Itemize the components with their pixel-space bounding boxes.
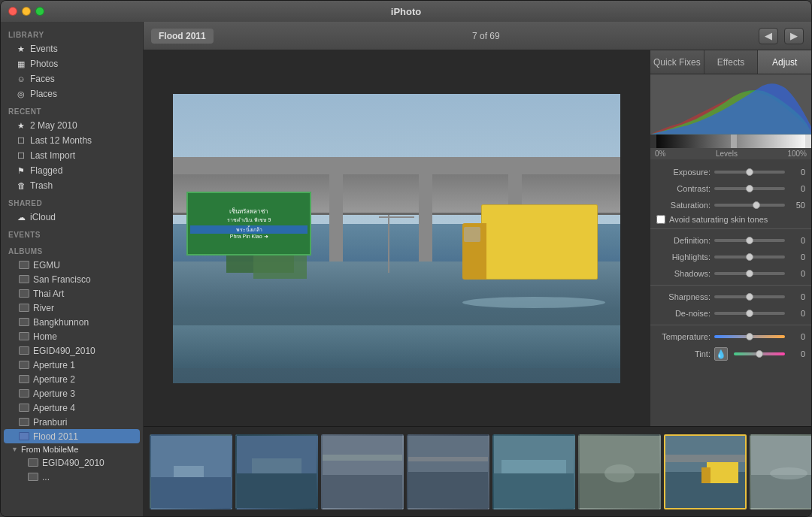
- tab-adjust[interactable]: Adjust: [758, 50, 811, 74]
- shadows-thumb[interactable]: [746, 270, 753, 277]
- contrast-thumb[interactable]: [746, 185, 753, 192]
- svg-rect-6: [252, 458, 301, 473]
- filmstrip-thumb-6[interactable]: [578, 434, 661, 509]
- sidebar-item-label: Faces: [30, 74, 132, 84]
- sidebar-item-trash[interactable]: 🗑 Trash: [4, 178, 140, 193]
- minimize-button[interactable]: [22, 7, 31, 16]
- svg-rect-25: [751, 475, 811, 508]
- sidebar-item-more[interactable]: ...: [4, 470, 140, 484]
- saturation-slider[interactable]: [714, 204, 785, 207]
- album-icon: [28, 473, 38, 481]
- sharpness-thumb[interactable]: [746, 293, 753, 301]
- sidebar-item-faces[interactable]: ☺ Faces: [4, 71, 140, 86]
- svg-rect-11: [408, 472, 488, 508]
- eyedropper-button[interactable]: 💧: [714, 347, 728, 361]
- denoise-thumb[interactable]: [746, 310, 753, 317]
- sidebar-item-photos[interactable]: ▦ Photos: [4, 56, 140, 71]
- temperature-thumb[interactable]: [746, 333, 753, 340]
- exposure-thumb[interactable]: [746, 168, 753, 176]
- sidebar-item-egid490-2010[interactable]: EGID490_2010: [4, 343, 140, 358]
- tab-effects[interactable]: Effects: [704, 50, 759, 74]
- sidebar-item-label: Aperture 1: [33, 360, 75, 370]
- thumb-content: [151, 436, 231, 508]
- definition-slider[interactable]: [714, 239, 785, 242]
- sidebar-item-sanfrancisco[interactable]: San Francisco: [4, 272, 140, 286]
- highlights-thumb[interactable]: [746, 253, 753, 261]
- denoise-slider[interactable]: [714, 312, 785, 315]
- tab-quick-fixes[interactable]: Quick Fixes: [650, 50, 704, 74]
- album-icon: [19, 261, 29, 269]
- sidebar-item-label: Trash: [30, 180, 132, 191]
- sidebar-item-home[interactable]: Home: [4, 329, 140, 343]
- sidebar-item-icloud[interactable]: ☁ iCloud: [4, 210, 140, 225]
- levels-bar[interactable]: [650, 135, 811, 148]
- close-button[interactable]: [8, 7, 17, 16]
- definition-row: Definition: 0: [650, 232, 811, 249]
- right-panel: Quick Fixes Effects Adjust: [650, 50, 811, 426]
- adjustments-section: Exposure: 0 Contrast: 0: [650, 159, 811, 426]
- sidebar-item-label: EGID490_2010: [42, 458, 105, 468]
- temperature-row: Temperature: 0: [650, 328, 811, 345]
- sidebar-item-label: Places: [30, 89, 132, 99]
- temperature-slider[interactable]: [714, 335, 785, 338]
- sidebar-item-last12months[interactable]: ☐ Last 12 Months: [4, 133, 140, 148]
- sidebar-item-pranburi[interactable]: Pranburi: [4, 415, 140, 429]
- filmstrip-thumb-2[interactable]: [235, 434, 318, 509]
- filmstrip-thumb-7[interactable]: [664, 434, 747, 509]
- sidebar-item-flagged[interactable]: ⚑ Flagged: [4, 163, 140, 178]
- panel-tabs: Quick Fixes Effects Adjust: [650, 50, 811, 74]
- tint-row: Tint: 💧 0: [650, 345, 811, 363]
- contrast-slider[interactable]: [714, 187, 785, 190]
- shadows-slider[interactable]: [714, 272, 785, 275]
- filmstrip-thumb-4[interactable]: [407, 434, 489, 509]
- sidebar-item-aperture4[interactable]: Aperture 4: [4, 401, 140, 415]
- sidebar-item-egid490-mm[interactable]: EGID490_2010: [4, 455, 140, 470]
- exposure-slider[interactable]: [714, 171, 785, 174]
- sidebar-item-may2010[interactable]: ★ 2 May 2010: [4, 118, 140, 133]
- sidebar-item-egmu[interactable]: EGMU: [4, 258, 140, 272]
- sidebar-item-bangkhunnon[interactable]: Bangkhunnon: [4, 315, 140, 329]
- levels-center-label: Levels: [665, 150, 787, 158]
- level-handle-white[interactable]: [805, 135, 811, 148]
- sidebar-item-lastimport[interactable]: ☐ Last Import: [4, 148, 140, 163]
- main-area: LIBRARY ★ Events ▦ Photos ☺ Faces ◎ Plac…: [1, 22, 811, 516]
- thumb-content: [237, 436, 317, 508]
- filmstrip-thumb-5[interactable]: [492, 434, 575, 509]
- filmstrip-thumb-3[interactable]: [321, 434, 404, 509]
- events-icon: ★: [16, 44, 26, 54]
- saturation-thumb[interactable]: [753, 201, 760, 209]
- maximize-button[interactable]: [35, 7, 44, 16]
- level-handle-black[interactable]: [650, 135, 656, 148]
- album-icon: [19, 404, 29, 412]
- tint-thumb[interactable]: [756, 350, 763, 358]
- temperature-label: Temperature:: [656, 332, 710, 341]
- sidebar-item-flood2011[interactable]: Flood 2011: [4, 429, 140, 443]
- import-icon: ☐: [16, 150, 26, 161]
- level-handle-mid[interactable]: [731, 135, 737, 148]
- skin-tones-checkbox[interactable]: [656, 215, 665, 224]
- album-icon: [19, 346, 29, 355]
- saturation-value: 50: [789, 201, 805, 210]
- sidebar-item-aperture2[interactable]: Aperture 2: [4, 372, 140, 386]
- sidebar-item-thaiart[interactable]: Thai Art: [4, 286, 140, 301]
- filmstrip-thumb-1[interactable]: [150, 434, 232, 509]
- sidebar-item-aperture3[interactable]: Aperture 3: [4, 386, 140, 401]
- sidebar-item-places[interactable]: ◎ Places: [4, 86, 140, 101]
- sidebar-item-events[interactable]: ★ Events: [4, 41, 140, 56]
- filmstrip-thumb-8[interactable]: [750, 434, 811, 509]
- skin-tones-label: Avoid saturating skin tones: [669, 215, 768, 224]
- sharpness-slider[interactable]: [714, 295, 785, 298]
- next-button[interactable]: ▶: [784, 28, 804, 44]
- sidebar-item-label: ...: [42, 472, 50, 482]
- highlights-slider[interactable]: [714, 255, 785, 258]
- svg-rect-21: [665, 455, 745, 462]
- svg-point-18: [604, 464, 635, 482]
- definition-thumb[interactable]: [746, 237, 753, 244]
- tint-slider[interactable]: [734, 352, 785, 355]
- sidebar-section-albums: ALBUMS: [1, 241, 143, 258]
- sidebar-item-river[interactable]: River: [4, 301, 140, 315]
- prev-button[interactable]: ◀: [759, 28, 778, 44]
- sharpness-label: Sharpness:: [656, 292, 710, 301]
- sidebar-section-mobileme[interactable]: ▼ From MobileMe: [1, 443, 143, 455]
- sidebar-item-aperture1[interactable]: Aperture 1: [4, 358, 140, 372]
